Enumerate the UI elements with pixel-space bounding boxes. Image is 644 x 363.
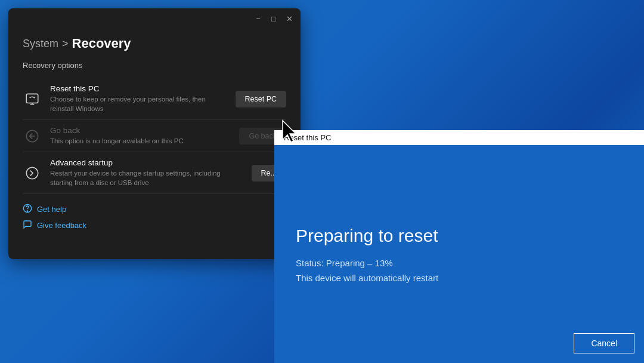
section-label: Recovery options [23,61,286,70]
svg-point-7 [27,211,27,211]
footer-links: Get help Give feedback [23,204,286,231]
advanced-startup-desc: Restart your device to change startup se… [50,168,243,187]
give-feedback-label: Give feedback [37,221,86,230]
reset-pc-title: Reset this PC [50,84,227,93]
go-back-row: Go back This option is no longer availab… [23,120,286,152]
advanced-startup-text: Advanced startup Restart your device to … [50,158,243,187]
reset-overlay: Reset this PC Preparing to reset Status:… [274,130,644,363]
window-content: System > Recovery Recovery options Reset… [8,29,301,259]
title-bar: − □ ✕ [8,8,301,29]
go-back-icon [23,127,42,146]
breadcrumb-separator: > [62,38,69,50]
get-help-link[interactable]: Get help [23,204,286,215]
advanced-startup-icon [23,164,42,183]
breadcrumb-current: Recovery [72,36,131,51]
reset-pc-button[interactable]: Reset PC [236,91,287,107]
advanced-startup-title: Advanced startup [50,158,243,167]
get-help-icon [23,204,32,215]
reset-title: Preparing to reset [296,226,623,246]
reset-content: Preparing to reset Status: Preparing – 1… [274,145,644,363]
minimize-button[interactable]: − [252,12,265,25]
reset-pc-text: Reset this PC Choose to keep or remove y… [50,84,227,113]
close-button[interactable]: ✕ [283,12,296,25]
cancel-button[interactable]: Cancel [574,333,634,353]
advanced-startup-row: Advanced startup Restart your device to … [23,152,286,194]
reset-header-bar: Reset this PC [274,130,644,145]
reset-pc-row: Reset this PC Choose to keep or remove y… [23,78,286,120]
give-feedback-icon [23,220,32,231]
settings-window: − □ ✕ System > Recovery Recovery options [8,8,301,259]
restart-notice: This device will automatically restart [296,273,623,283]
maximize-button[interactable]: □ [267,12,280,25]
breadcrumb: System > Recovery [23,29,286,61]
go-back-title: Go back [50,126,231,135]
reset-pc-icon [23,90,42,109]
give-feedback-link[interactable]: Give feedback [23,220,286,231]
reset-pc-desc: Choose to keep or remove your personal f… [50,94,227,113]
get-help-label: Get help [37,205,66,214]
svg-rect-0 [26,94,38,103]
go-back-desc: This option is no longer available on th… [50,136,231,146]
cancel-button-wrap: Cancel [574,333,634,353]
breadcrumb-system: System [23,38,58,50]
go-back-text: Go back This option is no longer availab… [50,126,231,146]
title-bar-controls: − □ ✕ [252,12,296,25]
status-text: Status: Preparing – 13% [296,258,623,268]
